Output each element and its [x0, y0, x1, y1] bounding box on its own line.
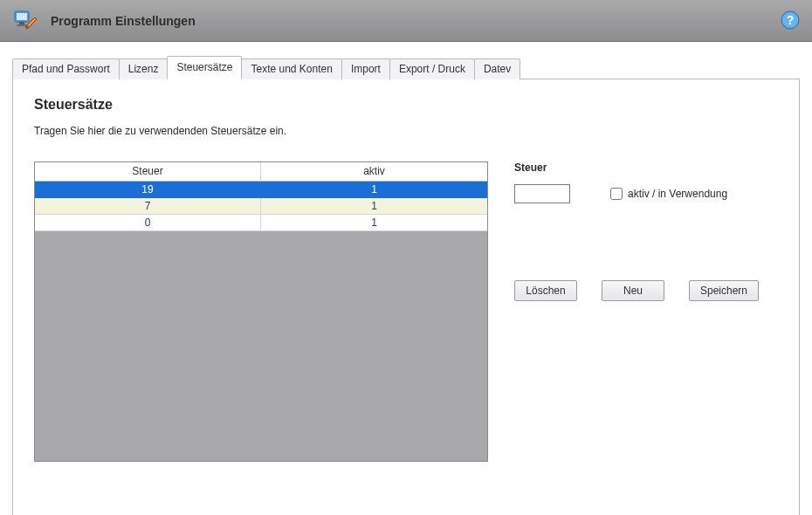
cell-aktiv: 1 [261, 215, 487, 231]
save-button[interactable]: Speichern [689, 280, 759, 301]
cell-aktiv: 1 [261, 198, 487, 215]
edit-form: Steuer aktiv / in Verwendung Löschen Neu… [514, 161, 778, 462]
app-icon [12, 9, 37, 33]
column-header[interactable]: aktiv [261, 162, 487, 182]
svg-rect-3 [17, 24, 27, 26]
tab-steuers-tze[interactable]: Steuersätze [167, 56, 242, 79]
tabstrip: Pfad und PasswortLizenzSteuersätzeTexte … [12, 56, 800, 79]
tab-export-druck[interactable]: Export / Druck [389, 58, 475, 79]
tab-datev[interactable]: Datev [474, 58, 520, 79]
tab-panel-steuersaetze: Steuersätze Tragen Sie hier die zu verwe… [12, 79, 800, 515]
active-checkbox-label: aktiv / in Verwendung [628, 188, 727, 200]
svg-rect-2 [19, 22, 24, 24]
cell-aktiv: 1 [261, 182, 487, 198]
panel-description: Tragen Sie hier die zu verwendenden Steu… [34, 125, 778, 137]
table-row[interactable]: 71 [35, 198, 487, 215]
active-checkbox[interactable] [610, 188, 623, 200]
svg-text:?: ? [787, 13, 795, 27]
tax-rate-table[interactable]: Steueraktiv 1917101 [34, 161, 488, 462]
table-row[interactable]: 191 [35, 182, 487, 198]
title-bar: Programm Einstellungen ? [0, 0, 812, 42]
tab-pfad-und-passwort[interactable]: Pfad und Passwort [12, 58, 120, 79]
new-button[interactable]: Neu [602, 280, 664, 301]
cell-steuer: 19 [35, 182, 261, 198]
tax-rate-input[interactable] [514, 184, 570, 203]
field-label-steuer: Steuer [514, 161, 778, 174]
help-icon[interactable]: ? [781, 10, 800, 30]
delete-button[interactable]: Löschen [514, 280, 577, 301]
cell-steuer: 0 [35, 215, 261, 231]
tab-import[interactable]: Import [341, 58, 390, 79]
svg-rect-1 [17, 13, 27, 20]
active-checkbox-wrap[interactable]: aktiv / in Verwendung [610, 188, 727, 200]
cell-steuer: 7 [35, 198, 261, 215]
column-header[interactable]: Steuer [35, 162, 261, 182]
panel-heading: Steuersätze [34, 97, 778, 113]
svg-point-4 [25, 25, 29, 29]
tab-lizenz[interactable]: Lizenz [119, 58, 169, 79]
tab-texte-und-konten[interactable]: Texte und Konten [241, 58, 341, 79]
page-title: Programm Einstellungen [51, 14, 196, 28]
table-row[interactable]: 01 [35, 215, 487, 231]
